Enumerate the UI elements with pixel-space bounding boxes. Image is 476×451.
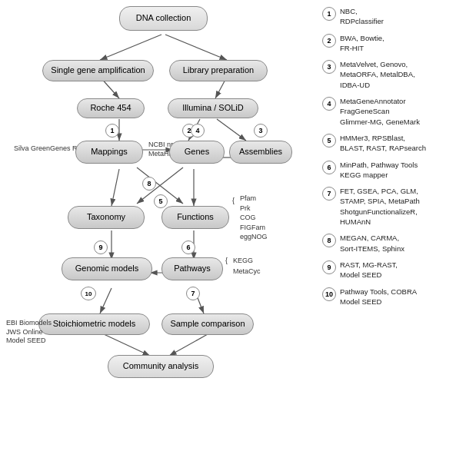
legend-num-1: 1 <box>322 7 336 21</box>
badge-9: 9 <box>94 240 108 254</box>
legend-text-4: MetaGeneAnnotatorFragGeneScanGlimmer-MG,… <box>340 96 420 127</box>
legend-text-9: RAST, MG-RAST,Model SEED <box>340 260 398 280</box>
legend-item-8: 8MEGAN, CARMA,Sort-ITEMS, Sphinx <box>322 233 473 254</box>
single-gene-node: Single gene amplification <box>42 60 154 81</box>
genomic-models-node: Genomic models <box>62 257 152 280</box>
roche-node: Roche 454 <box>77 98 145 118</box>
functions-list-text: PfamPrkCOGFIGFameggNOG <box>240 194 268 242</box>
legend-text-5: HMMer3, RPSBlast,BLAST, RAST, RAPsearch <box>340 133 426 154</box>
legend-text-3: MetaVelvet, Genovo,MetaORFA, MetalDBA,ID… <box>340 59 415 90</box>
legend-num-3: 3 <box>322 60 336 74</box>
legend-item-5: 5HMMer3, RPSBlast,BLAST, RAST, RAPsearch <box>322 133 473 154</box>
genes-node: Genes <box>169 141 225 164</box>
legend-num-4: 4 <box>322 97 336 111</box>
legend-item-9: 9RAST, MG-RAST,Model SEED <box>322 260 473 280</box>
legend-text-2: BWA, Bowtie,FR-HIT <box>340 33 384 54</box>
library-prep-node: Library preparation <box>169 60 268 81</box>
mappings-node: Mappings <box>75 141 143 164</box>
functions-list-label: { <box>232 196 235 207</box>
pathways-node: Pathways <box>161 257 223 280</box>
dna-collection-node: DNA collection <box>119 6 208 31</box>
flowchart-diagram: DNA collection Single gene amplification… <box>0 0 323 451</box>
legend-num-10: 10 <box>322 287 336 301</box>
badge-1: 1 <box>105 124 119 138</box>
ebi-label: EBI BiomodelsJWS OnlineModel SEED <box>6 319 52 346</box>
svg-line-2 <box>165 35 227 60</box>
legend-num-5: 5 <box>322 134 336 148</box>
svg-line-18 <box>169 334 208 356</box>
legend-text-10: Pathway Tools, COBRAModel SEED <box>340 287 417 307</box>
legend-item-7: 7FET, GSEA, PCA, GLM,STAMP, SPIA, MetaPa… <box>322 186 473 227</box>
badge-5: 5 <box>154 194 168 208</box>
legend-text-7: FET, GSEA, PCA, GLM,STAMP, SPIA, MetaPat… <box>340 186 420 227</box>
badge-8: 8 <box>142 177 156 191</box>
legend-item-4: 4MetaGeneAnnotatorFragGeneScanGlimmer-MG… <box>322 96 473 127</box>
illumina-node: Illumina / SOLiD <box>168 98 258 118</box>
legend-text-1: NBC,RDPclassifier <box>340 6 384 27</box>
legend-num-9: 9 <box>322 260 336 274</box>
badge-4: 4 <box>191 124 205 138</box>
legend-list: 1NBC,RDPclassifier2BWA, Bowtie,FR-HIT3Me… <box>322 6 473 307</box>
pathways-brace: { <box>225 256 228 267</box>
legend-item-1: 1NBC,RDPclassifier <box>322 6 473 27</box>
pathways-list-text: KEGGMetaCyc <box>233 256 261 277</box>
taxonomy-node: Taxonomy <box>68 206 145 229</box>
legend-num-2: 2 <box>322 34 336 48</box>
svg-line-6 <box>217 119 246 141</box>
badge-7: 7 <box>186 287 200 300</box>
svg-line-17 <box>104 334 150 356</box>
badge-10: 10 <box>81 287 96 300</box>
legend-area: 1NBC,RDPclassifier2BWA, Bowtie,FR-HIT3Me… <box>319 0 476 451</box>
sample-comparison-node: Sample comparison <box>161 313 254 335</box>
community-node: Community analysis <box>108 355 214 378</box>
functions-node: Functions <box>161 206 229 229</box>
badge-3: 3 <box>254 124 268 138</box>
legend-item-2: 2BWA, Bowtie,FR-HIT <box>322 33 473 54</box>
legend-item-6: 6MinPath, Pathway ToolsKEGG mapper <box>322 160 473 181</box>
svg-line-10 <box>112 169 119 206</box>
legend-text-8: MEGAN, CARMA,Sort-ITEMS, Sphinx <box>340 233 404 254</box>
legend-item-3: 3MetaVelvet, Genovo,MetaORFA, MetalDBA,I… <box>322 59 473 90</box>
legend-num-8: 8 <box>322 234 336 247</box>
legend-num-6: 6 <box>322 161 336 174</box>
legend-text-6: MinPath, Pathway ToolsKEGG mapper <box>340 160 418 181</box>
legend-num-7: 7 <box>322 187 336 201</box>
svg-line-15 <box>100 288 112 313</box>
stoichiometric-node: Stoichiometric models <box>38 313 150 335</box>
assemblies-node: Assemblies <box>229 141 292 164</box>
badge-6: 6 <box>181 240 195 254</box>
svg-line-1 <box>100 35 161 60</box>
legend-item-10: 10Pathway Tools, COBRAModel SEED <box>322 287 473 307</box>
